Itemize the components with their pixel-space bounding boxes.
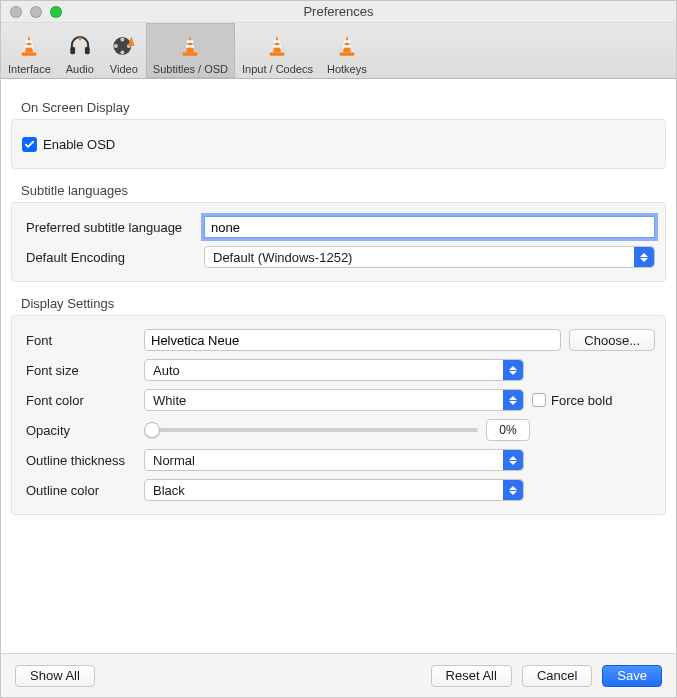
vlc-cone-icon xyxy=(262,31,292,61)
enable-osd-label: Enable OSD xyxy=(43,137,115,152)
osd-section-title: On Screen Display xyxy=(21,100,666,115)
stepper-icon xyxy=(503,390,523,410)
select-value: Default (Windows-1252) xyxy=(213,250,352,265)
traffic-lights xyxy=(10,6,62,18)
tab-video[interactable]: Video xyxy=(102,23,146,78)
select-value: Black xyxy=(153,483,185,498)
select-value: Normal xyxy=(153,453,195,468)
close-button[interactable] xyxy=(10,6,22,18)
svg-rect-24 xyxy=(340,53,355,56)
font-input[interactable] xyxy=(144,329,561,351)
stepper-icon xyxy=(503,360,523,380)
select-value: White xyxy=(153,393,186,408)
outline-color-label: Outline color xyxy=(22,483,144,498)
svg-rect-3 xyxy=(22,53,37,56)
cancel-button[interactable]: Cancel xyxy=(522,665,592,687)
font-size-label: Font size xyxy=(22,363,144,378)
select-value: Auto xyxy=(153,363,180,378)
headphones-icon xyxy=(65,31,95,61)
font-color-select[interactable]: White xyxy=(144,389,524,411)
tab-label: Audio xyxy=(66,63,94,75)
svg-rect-19 xyxy=(273,45,281,47)
default-encoding-label: Default Encoding xyxy=(22,250,204,265)
opacity-value: 0% xyxy=(486,419,530,441)
svg-marker-13 xyxy=(186,35,194,52)
display-section-title: Display Settings xyxy=(21,296,666,311)
preferences-window: Preferences Interface Audio Video Subti xyxy=(0,0,677,698)
svg-marker-0 xyxy=(25,35,33,52)
svg-marker-21 xyxy=(343,35,351,52)
font-size-select[interactable]: Auto xyxy=(144,359,524,381)
stepper-icon xyxy=(634,247,654,267)
svg-rect-23 xyxy=(343,45,351,47)
footer: Show All Reset All Cancel Save xyxy=(1,653,676,697)
zoom-button[interactable] xyxy=(50,6,62,18)
enable-osd-checkbox[interactable] xyxy=(22,137,37,152)
show-all-button[interactable]: Show All xyxy=(15,665,95,687)
tab-label: Subtitles / OSD xyxy=(153,63,228,75)
pref-subtitle-lang-label: Preferred subtitle language xyxy=(22,220,204,235)
tab-label: Interface xyxy=(8,63,51,75)
svg-rect-20 xyxy=(270,53,285,56)
opacity-slider[interactable] xyxy=(144,421,478,439)
tab-audio[interactable]: Audio xyxy=(58,23,102,78)
opacity-label: Opacity xyxy=(22,423,144,438)
svg-rect-16 xyxy=(183,53,198,56)
outline-thickness-label: Outline thickness xyxy=(22,453,144,468)
svg-point-10 xyxy=(114,44,118,48)
lang-panel: Preferred subtitle language Default Enco… xyxy=(11,202,666,282)
svg-rect-4 xyxy=(70,47,75,54)
svg-marker-17 xyxy=(273,35,281,52)
choose-font-button[interactable]: Choose... xyxy=(569,329,655,351)
vlc-cone-icon xyxy=(175,31,205,61)
svg-rect-1 xyxy=(26,40,32,42)
tab-label: Input / Codecs xyxy=(242,63,313,75)
slider-track xyxy=(144,428,478,432)
svg-rect-2 xyxy=(25,45,33,47)
svg-rect-22 xyxy=(344,40,350,42)
osd-panel: Enable OSD xyxy=(11,119,666,169)
content: On Screen Display Enable OSD Subtitle la… xyxy=(1,79,676,653)
minimize-button[interactable] xyxy=(30,6,42,18)
display-panel: Font Choose... Font size Auto Font color xyxy=(11,315,666,515)
tab-interface[interactable]: Interface xyxy=(1,23,58,78)
svg-point-9 xyxy=(120,51,124,55)
outline-thickness-select[interactable]: Normal xyxy=(144,449,524,471)
tab-label: Video xyxy=(110,63,138,75)
preferences-toolbar: Interface Audio Video Subtitles / OSD In… xyxy=(1,23,676,79)
default-encoding-select[interactable]: Default (Windows-1252) xyxy=(204,246,655,268)
force-bold-label: Force bold xyxy=(551,393,612,408)
film-reel-icon xyxy=(109,31,139,61)
vlc-cone-icon xyxy=(332,31,362,61)
reset-all-button[interactable]: Reset All xyxy=(431,665,512,687)
svg-point-8 xyxy=(120,38,124,42)
window-title: Preferences xyxy=(1,4,676,19)
save-button[interactable]: Save xyxy=(602,665,662,687)
stepper-icon xyxy=(503,480,523,500)
slider-thumb[interactable] xyxy=(144,422,160,438)
tab-input-codecs[interactable]: Input / Codecs xyxy=(235,23,320,78)
stepper-icon xyxy=(503,450,523,470)
tab-hotkeys[interactable]: Hotkeys xyxy=(320,23,374,78)
force-bold-checkbox[interactable]: Force bold xyxy=(532,393,612,408)
svg-rect-18 xyxy=(274,40,280,42)
svg-rect-5 xyxy=(85,47,90,54)
pref-subtitle-lang-input[interactable] xyxy=(204,216,655,238)
outline-color-select[interactable]: Black xyxy=(144,479,524,501)
checkbox-icon xyxy=(532,393,546,407)
tab-subtitles-osd[interactable]: Subtitles / OSD xyxy=(146,23,235,78)
lang-section-title: Subtitle languages xyxy=(21,183,666,198)
font-color-label: Font color xyxy=(22,393,144,408)
titlebar: Preferences xyxy=(1,1,676,23)
vlc-cone-icon xyxy=(14,31,44,61)
svg-rect-15 xyxy=(186,45,194,47)
tab-label: Hotkeys xyxy=(327,63,367,75)
font-label: Font xyxy=(22,333,144,348)
svg-rect-14 xyxy=(187,40,193,42)
